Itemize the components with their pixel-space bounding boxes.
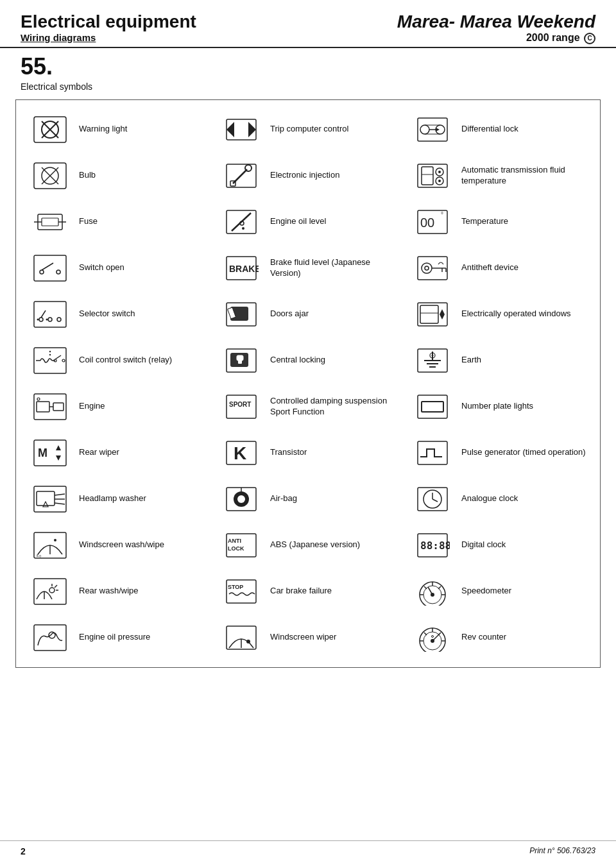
list-item: Selector switch — [21, 291, 212, 337]
warning-light-label: Warning light — [79, 124, 207, 135]
col2: Trip computer control Electronic injecti… — [212, 106, 404, 661]
rear-wash-wipe-label: Rear wash/wipe — [79, 586, 207, 597]
svg-rect-132 — [418, 441, 447, 464]
list-item: Central locking — [212, 337, 404, 384]
svg-point-22 — [37, 318, 39, 320]
list-item: Doors ajar — [212, 291, 404, 337]
svg-rect-12 — [34, 255, 66, 281]
list-item: Rev counter — [404, 615, 595, 661]
list-item: Electronic injection — [212, 153, 404, 199]
svg-text:ANTI: ANTI — [228, 538, 241, 544]
list-item: ε₀ Windscreen wash/wipe — [21, 522, 212, 568]
brake-fluid-level-label: Brake fluid level (Japanese Version) — [270, 257, 398, 279]
list-item: Engine — [21, 384, 212, 430]
col3: Differential lock Automati — [404, 106, 595, 661]
list-item: Pulse generator (timed operation) — [404, 430, 595, 476]
air-bag-icon — [219, 485, 264, 513]
svg-point-107 — [438, 171, 441, 173]
antitheft-device-label: Antitheft device — [461, 262, 590, 273]
switch-open-label: Switch open — [79, 262, 207, 273]
list-item: STOP Car brake failure — [212, 568, 404, 615]
transistor-icon: K — [219, 439, 264, 467]
speedometer-icon — [410, 577, 455, 606]
list-item: Engine oil level — [212, 199, 404, 245]
svg-text:STOP: STOP — [228, 584, 243, 590]
fuse-label: Fuse — [79, 216, 207, 227]
list-item: Coil control switch (relay) — [21, 337, 212, 384]
svg-point-108 — [438, 180, 441, 182]
header-range: 2000 range C — [397, 32, 595, 44]
controlled-damping-icon: SPORT — [219, 393, 264, 421]
differential-lock-icon — [410, 115, 455, 144]
pulse-generator-label: Pulse generator (timed operation) — [461, 447, 590, 458]
list-item: Electrically operated windows — [404, 291, 595, 337]
antitheft-device-icon — [410, 254, 455, 282]
svg-point-69 — [242, 227, 244, 230]
svg-text:ε₀: ε₀ — [37, 552, 41, 558]
engine-icon — [28, 393, 73, 421]
windscreen-wash-wipe-label: Windscreen wash/wipe — [79, 540, 207, 550]
air-bag-label: Air-bag — [270, 493, 398, 504]
col1: Warning light Bulb — [21, 106, 212, 661]
analogue-clock-icon — [410, 485, 455, 513]
list-item: Warning light — [21, 106, 212, 153]
list-item: 88:88 Digital clock — [404, 522, 595, 568]
electrically-operated-windows-label: Electrically operated windows — [461, 309, 590, 319]
svg-rect-102 — [418, 164, 447, 187]
list-item: Differential lock — [404, 106, 595, 153]
section-number: 55. — [0, 48, 616, 80]
car-brake-failure-icon: STOP — [219, 577, 264, 606]
svg-text:°: ° — [441, 211, 443, 218]
digital-clock-icon: 88:88 — [410, 531, 455, 559]
engine-oil-pressure-label: Engine oil pressure — [79, 632, 207, 643]
svg-text:LOCK: LOCK — [228, 545, 244, 552]
headlamp-washer-label: Headlamp washer — [79, 493, 207, 504]
svg-point-147 — [431, 593, 434, 597]
warning-light-icon — [28, 115, 73, 144]
engine-oil-level-icon — [219, 208, 264, 236]
list-item: Antitheft device — [404, 245, 595, 291]
header-title: Electrical equipment — [21, 12, 196, 32]
earth-label: Earth — [461, 355, 590, 366]
doors-ajar-label: Doors ajar — [270, 309, 398, 319]
selector-switch-label: Selector switch — [79, 309, 207, 319]
engine-oil-pressure-icon — [28, 624, 73, 652]
rev-counter-label: Rev counter — [461, 632, 590, 643]
footer-print: Print n° 506.763/23 — [529, 846, 595, 856]
auto-trans-fluid-temp-label: Automatic transmission fluid temperature — [461, 165, 590, 187]
speedometer-label: Speedometer — [461, 586, 590, 597]
list-item: Automatic transmission fluid temperature — [404, 153, 595, 199]
car-brake-failure-label: Car brake failure — [270, 586, 398, 597]
rev-counter-icon — [410, 624, 455, 652]
list-item: Switch open — [21, 245, 212, 291]
central-locking-label: Central locking — [270, 355, 398, 366]
analogue-clock-label: Analogue clock — [461, 493, 590, 504]
svg-rect-17 — [34, 302, 66, 327]
symbols-grid: Warning light Bulb — [21, 106, 595, 661]
number-plate-lights-label: Number plate lights — [461, 401, 590, 412]
electronic-injection-label: Electronic injection — [270, 170, 398, 181]
auto-trans-fluid-temp-icon — [410, 162, 455, 190]
list-item: Speedometer — [404, 568, 595, 615]
windscreen-wash-wipe-icon: ε₀ — [28, 531, 73, 559]
selector-switch-icon — [28, 300, 73, 328]
svg-point-49 — [54, 539, 56, 541]
svg-point-156 — [431, 639, 434, 643]
list-item: Number plate lights — [404, 384, 595, 430]
differential-lock-label: Differential lock — [461, 124, 590, 135]
pulse-generator-icon — [410, 439, 455, 467]
engine-oil-level-label: Engine oil level — [270, 216, 398, 227]
engine-label: Engine — [79, 401, 207, 412]
temperature-label: Temperature — [461, 216, 590, 227]
fuse-icon — [28, 208, 73, 236]
abs-japanese-label: ABS (Japanese version) — [270, 540, 398, 550]
svg-point-30 — [49, 354, 51, 355]
bulb-label: Bulb — [79, 170, 207, 181]
list-item: Rear wash/wipe — [21, 568, 212, 615]
list-item: Headlamp washer — [21, 476, 212, 522]
brake-fluid-level-icon: BRAKE — [219, 254, 264, 282]
page-header: Electrical equipment Wiring diagrams Mar… — [0, 0, 616, 48]
list-item: Earth — [404, 337, 595, 384]
digital-clock-label: Digital clock — [461, 540, 590, 550]
svg-text:K: K — [234, 443, 246, 463]
